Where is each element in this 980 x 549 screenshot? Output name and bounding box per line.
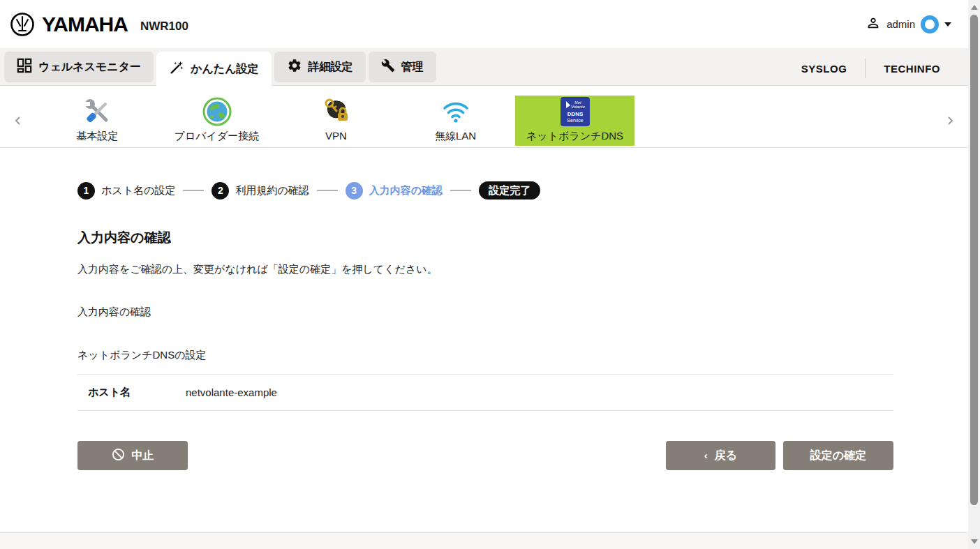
carousel-item-basic-settings[interactable]: 基本設定 <box>38 96 157 146</box>
action-buttons: 中止 ‹ 戻る 設定の確定 <box>77 441 893 470</box>
prohibition-icon <box>112 448 125 464</box>
carousel-item-wireless-lan[interactable]: 無線LAN <box>396 96 515 146</box>
chevron-down-icon <box>944 22 951 27</box>
carousel-item-label: ネットボランチDNS <box>526 130 623 141</box>
syslog-link[interactable]: SYSLOG <box>801 63 847 75</box>
scrollbar-thumb[interactable] <box>970 15 978 505</box>
step-connector <box>183 190 204 191</box>
brand-wordmark: YAMAHA <box>42 13 128 36</box>
scroll-down-icon[interactable] <box>968 536 980 548</box>
confirm-settings-button[interactable]: 設定の確定 <box>783 441 893 470</box>
avatar <box>921 15 939 33</box>
vertical-scrollbar[interactable] <box>968 0 980 549</box>
page-description: 入力内容をご確認の上、変更がなければ「設定の確定」を押してください。 <box>77 263 893 276</box>
netvolante-ddns-icon: Net Volante DDNS Service <box>560 96 590 128</box>
divider <box>865 59 866 78</box>
wizard-stepper: 1 ホスト名の設定 2 利用規約の確認 3 入力内容の確認 設定完了 <box>77 181 893 200</box>
tab-label: かんたん設定 <box>191 62 259 77</box>
carousel-item-provider-connection[interactable]: プロバイダー接続 <box>157 96 276 146</box>
techinfo-link[interactable]: TECHINFO <box>884 63 940 75</box>
carousel-item-label: 無線LAN <box>435 130 476 141</box>
carousel-prev-icon[interactable] <box>10 112 27 129</box>
app-header: YAMAHA NWR100 admin <box>0 0 968 48</box>
carousel-item-label: VPN <box>325 130 347 141</box>
section-label: 入力内容の確認 <box>77 306 893 319</box>
chevron-left-icon: ‹ <box>704 449 708 461</box>
wifi-icon <box>440 96 471 128</box>
step-1-label: ホスト名の設定 <box>101 184 175 197</box>
model-name: NWR100 <box>140 20 188 33</box>
svg-text:Service: Service <box>567 118 583 123</box>
cancel-button[interactable]: 中止 <box>77 441 188 470</box>
step-1-circle: 1 <box>77 182 95 200</box>
gear-icon <box>287 58 302 76</box>
step-2-circle: 2 <box>211 182 229 200</box>
svg-text:Volante: Volante <box>570 105 585 109</box>
step-2: 2 利用規約の確認 <box>211 182 309 200</box>
user-menu[interactable]: admin <box>866 15 951 33</box>
username: admin <box>886 18 915 30</box>
globe-icon <box>202 96 232 128</box>
carousel-item-netvolante-dns[interactable]: Net Volante DDNS Service ネットボランチDNS <box>515 96 634 146</box>
tab-advanced-settings[interactable]: 詳細設定 <box>274 52 366 82</box>
tools-icon <box>82 96 113 128</box>
carousel-item-label: プロバイダー接続 <box>175 130 260 141</box>
main-tabbar: ウェルネスモニター かんたん設定 <box>0 48 968 86</box>
tab-easy-setup[interactable]: かんたん設定 <box>156 52 272 87</box>
confirm-button-label: 設定の確定 <box>810 449 866 463</box>
magic-wand-icon <box>169 60 184 78</box>
keys-lock-icon <box>321 96 352 128</box>
brand: YAMAHA NWR100 <box>10 12 188 37</box>
table-row: ホスト名 netvolante-example <box>77 375 893 411</box>
carousel-item-vpn[interactable]: VPN <box>276 96 396 146</box>
page-title: 入力内容の確認 <box>77 229 893 247</box>
carousel-item-label: 基本設定 <box>77 130 119 141</box>
tab-wellness-monitor[interactable]: ウェルネスモニター <box>4 52 154 82</box>
step-3-current: 3 入力内容の確認 <box>346 182 443 200</box>
tab-label: ウェルネスモニター <box>38 60 141 75</box>
back-button[interactable]: ‹ 戻る <box>666 441 775 470</box>
scroll-up-icon[interactable] <box>968 1 980 13</box>
setup-category-carousel: 基本設定 プロバイダー接続 <box>0 86 968 148</box>
hostname-label: ホスト名 <box>77 386 186 399</box>
main-content: 1 ホスト名の設定 2 利用規約の確認 3 入力内容の確認 設定完了 入力内容の… <box>0 148 968 532</box>
page-footer <box>0 532 968 549</box>
step-final-badge: 設定完了 <box>479 181 540 200</box>
step-3-circle: 3 <box>346 182 363 200</box>
confirmation-table: ホスト名 netvolante-example <box>77 374 893 411</box>
tab-management[interactable]: 管理 <box>369 52 436 82</box>
yamaha-logo-icon <box>10 12 35 37</box>
back-button-label: 戻る <box>715 449 737 463</box>
step-2-label: 利用規約の確認 <box>235 184 309 197</box>
top-links: SYSLOG TECHINFO <box>801 59 968 78</box>
svg-text:DDNS: DDNS <box>567 111 583 117</box>
dashboard-icon <box>17 58 32 76</box>
step-1: 1 ホスト名の設定 <box>77 182 175 200</box>
tab-label: 管理 <box>401 60 424 75</box>
carousel-next-icon[interactable] <box>942 112 958 129</box>
wrench-icon <box>381 59 395 75</box>
step-3-label: 入力内容の確認 <box>369 184 443 197</box>
subsection-label: ネットボランチDNSの設定 <box>77 349 893 362</box>
person-icon <box>866 15 881 33</box>
tab-label: 詳細設定 <box>309 60 353 75</box>
hostname-value: netvolante-example <box>186 386 277 398</box>
router-admin-page: YAMAHA NWR100 admin <box>0 0 980 549</box>
step-connector <box>450 190 471 191</box>
step-connector <box>317 190 338 191</box>
cancel-button-label: 中止 <box>132 449 154 463</box>
